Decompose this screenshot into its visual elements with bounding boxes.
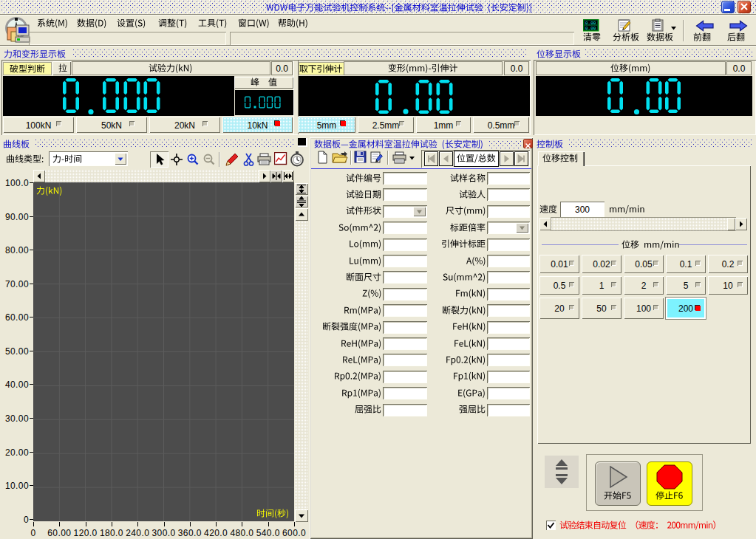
svg-text:0.00: 0.00 [585, 21, 596, 26]
svg-text:0.00: 0.00 [585, 26, 596, 31]
